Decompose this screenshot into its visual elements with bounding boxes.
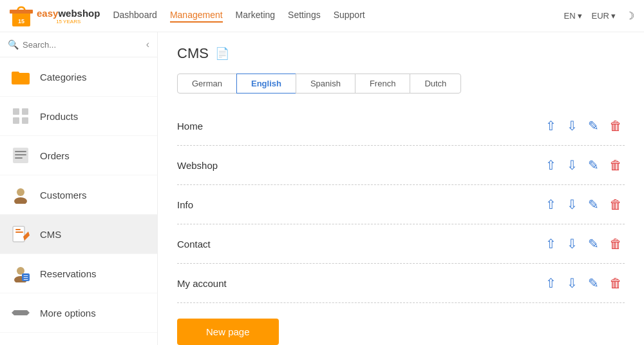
delete-button[interactable]: 🗑: [607, 235, 625, 253]
svg-rect-6: [22, 108, 28, 115]
nav-marketing[interactable]: Marketing: [236, 10, 275, 23]
cms-row-contact: Contact ⇧ ⇩ ✎ 🗑: [177, 224, 625, 264]
svg-rect-11: [15, 154, 26, 155]
folder-icon: [10, 66, 31, 87]
search-input[interactable]: [23, 40, 126, 50]
tab-spanish[interactable]: Spanish: [296, 74, 355, 94]
sidebar-item-cms[interactable]: CMS: [0, 215, 157, 254]
cms-row-home: Home ⇧ ⇩ ✎ 🗑: [177, 106, 625, 146]
delete-button[interactable]: 🗑: [607, 117, 625, 135]
sidebar-item-label: Orders: [40, 150, 70, 161]
sidebar-item-label: Customers: [40, 190, 87, 201]
edit-button[interactable]: ✎: [585, 235, 601, 253]
nav-dashboard[interactable]: Dashboard: [113, 10, 157, 23]
row-actions: ⇧ ⇩ ✎ 🗑: [543, 117, 625, 135]
cms-row-name: Contact: [177, 239, 211, 250]
layout: 🔍 ‹ Categories Products: [0, 32, 644, 345]
svg-rect-10: [15, 151, 26, 152]
svg-rect-7: [13, 117, 19, 124]
logo: 15 easywebshop 15 YEARS: [10, 5, 100, 28]
nav-management[interactable]: Management: [170, 10, 223, 23]
tab-english[interactable]: English: [236, 74, 296, 94]
edit-button[interactable]: ✎: [585, 117, 601, 135]
cms-row-name: Info: [177, 199, 193, 210]
search-bar: 🔍 ‹: [0, 32, 157, 57]
move-down-button[interactable]: ⇩: [564, 274, 580, 292]
nav-support[interactable]: Support: [334, 10, 365, 23]
cms-icon: [10, 224, 31, 244]
move-down-button[interactable]: ⇩: [564, 156, 580, 174]
sidebar-item-label: Categories: [40, 72, 87, 83]
move-down-button[interactable]: ⇩: [564, 195, 580, 213]
cms-row-name: My account: [177, 278, 227, 289]
sidebar-item-orders[interactable]: Orders: [0, 136, 157, 175]
page-title: CMS: [177, 45, 209, 62]
new-page-button[interactable]: New page: [177, 319, 279, 345]
move-up-button[interactable]: ⇧: [543, 235, 559, 253]
cms-row-info: Info ⇧ ⇩ ✎ 🗑: [177, 185, 625, 224]
dark-mode-icon[interactable]: ☽: [625, 10, 634, 22]
chevron-down-icon: ▾: [611, 11, 616, 21]
delete-button[interactable]: 🗑: [607, 275, 625, 292]
sidebar-item-label: CMS: [40, 229, 61, 240]
logo-icon: 15: [10, 5, 33, 28]
move-down-button[interactable]: ⇩: [564, 235, 580, 253]
row-actions: ⇧ ⇩ ✎ 🗑: [543, 156, 625, 174]
sidebar-item-customers[interactable]: Customers: [0, 175, 157, 215]
move-up-button[interactable]: ⇧: [543, 117, 559, 135]
svg-text:☰: ☰: [23, 275, 28, 281]
tab-dutch[interactable]: Dutch: [410, 74, 461, 94]
svg-rect-5: [13, 108, 19, 115]
sidebar-item-products[interactable]: Products: [0, 97, 157, 136]
move-up-button[interactable]: ⇧: [543, 274, 559, 292]
search-icon: 🔍: [8, 39, 19, 50]
row-actions: ⇧ ⇩ ✎ 🗑: [543, 274, 625, 292]
svg-rect-12: [15, 157, 23, 159]
row-actions: ⇧ ⇩ ✎ 🗑: [543, 195, 625, 213]
move-up-button[interactable]: ⇧: [543, 156, 559, 174]
sidebar-item-more-options[interactable]: More options: [0, 293, 157, 333]
edit-button[interactable]: ✎: [585, 195, 601, 213]
cms-row-name: Webshop: [177, 160, 218, 171]
chevron-down-icon: ▾: [578, 11, 582, 21]
nav-right: EN ▾ EUR ▾ ☽: [564, 10, 634, 22]
top-nav: 15 easywebshop 15 YEARS Dashboard Manage…: [0, 0, 644, 32]
logo-years: 15 YEARS: [37, 19, 100, 25]
edit-button[interactable]: ✎: [585, 156, 601, 174]
svg-rect-17: [15, 232, 23, 233]
row-actions: ⇧ ⇩ ✎ 🗑: [543, 235, 625, 253]
cms-row-myaccount: My account ⇧ ⇩ ✎ 🗑: [177, 264, 625, 303]
collapse-sidebar-button[interactable]: ‹: [146, 39, 149, 50]
svg-rect-15: [13, 226, 24, 242]
customers-icon: [10, 184, 31, 205]
svg-rect-4: [12, 72, 19, 75]
tab-french[interactable]: French: [355, 74, 410, 94]
cms-row-name: Home: [177, 121, 203, 132]
sidebar-item-categories[interactable]: Categories: [0, 57, 157, 97]
nav-settings[interactable]: Settings: [288, 10, 321, 23]
main-content: CMS 📄 German English Spanish French Dutc…: [158, 32, 644, 345]
svg-text:15: 15: [18, 18, 24, 25]
cms-document-icon: 📄: [215, 46, 229, 61]
orders-icon: [10, 145, 31, 166]
reservations-icon: ☰: [10, 263, 31, 284]
move-down-button[interactable]: ⇩: [564, 117, 580, 135]
delete-button[interactable]: 🗑: [607, 196, 625, 213]
svg-rect-1: [10, 10, 33, 14]
sidebar-item-label: More options: [40, 308, 96, 319]
sidebar-item-reservations[interactable]: ☰ Reservations: [0, 254, 157, 293]
logo-text: easy: [37, 8, 58, 19]
cms-rows: Home ⇧ ⇩ ✎ 🗑 Webshop ⇧ ⇩ ✎ 🗑 Info: [177, 106, 625, 303]
svg-point-13: [17, 188, 24, 196]
currency-dropdown[interactable]: EUR ▾: [592, 11, 616, 21]
edit-button[interactable]: ✎: [585, 274, 601, 292]
more-options-icon: [10, 302, 31, 323]
language-tabs: German English Spanish French Dutch: [177, 74, 625, 94]
tab-german[interactable]: German: [177, 74, 237, 94]
sidebar: 🔍 ‹ Categories Products: [0, 32, 158, 345]
page-header: CMS 📄: [177, 45, 625, 62]
svg-marker-23: [12, 310, 30, 315]
delete-button[interactable]: 🗑: [607, 157, 625, 174]
language-dropdown[interactable]: EN ▾: [564, 11, 582, 21]
move-up-button[interactable]: ⇧: [543, 195, 559, 213]
